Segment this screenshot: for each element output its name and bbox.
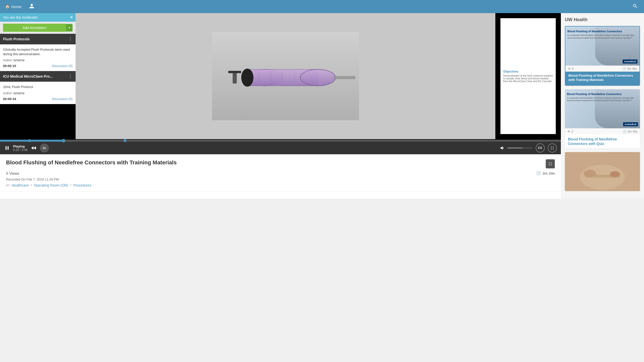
- annotation-text: Clinically Accepted Flush Protocols were…: [3, 47, 73, 56]
- volume-slider[interactable]: [507, 147, 533, 148]
- eye-icon: 👁: [568, 67, 571, 71]
- svg-point-16: [610, 171, 620, 177]
- moderator-text: You are the moderator: [3, 15, 38, 19]
- video-title-row: Blood Flushing of Needlefree Connectors …: [6, 159, 555, 168]
- nav-home-link[interactable]: 🏠 Home: [5, 4, 21, 9]
- video-info: Blood Flushing of Needlefree Connectors …: [0, 154, 561, 192]
- duration-value-2: 3m 49s: [628, 130, 637, 133]
- duration-stat: 🕐 3m 49s: [622, 67, 637, 71]
- views-count: 5 Views: [6, 171, 19, 175]
- playing-info: Playing 0:25 / 3:49: [13, 144, 27, 152]
- playing-label: Playing: [13, 144, 27, 148]
- volume-control: [500, 145, 533, 151]
- svg-point-3: [300, 69, 335, 86]
- tag-procedures[interactable]: Procedures: [73, 183, 91, 187]
- rewind-button[interactable]: [30, 145, 37, 151]
- thumb-svg-3: [565, 152, 640, 191]
- annotation-marker-2: [123, 139, 126, 142]
- thumb-title: Blood Flushing of Needlefree Connectors: [567, 29, 637, 33]
- thumb-bg-2: Blood Flushing of Needlefree Connectors …: [565, 89, 640, 128]
- nav-user-icon[interactable]: [29, 3, 35, 10]
- tag-separator: •: [31, 184, 32, 187]
- plain-card-title-2: Blood Flushing of Needlefree Connectors …: [565, 134, 640, 148]
- eye-icon-2: 👁: [567, 130, 570, 133]
- thumb-title-2: Blood Flushing of Needlefree Connectors: [567, 92, 638, 96]
- tag-separator: •: [70, 184, 71, 187]
- annotation-menu-icon[interactable]: ⋮: [68, 36, 73, 42]
- annotation-menu-icon[interactable]: ⋮: [68, 74, 73, 79]
- video-player-container: You are the moderator × Add Annotation ▾…: [0, 13, 561, 154]
- objectives-thumbnail: Objectives Demonstration of the flush vo…: [500, 18, 556, 134]
- views-stat: 👁 5: [568, 67, 574, 71]
- speed-badge[interactable]: 1x: [40, 144, 49, 152]
- tag-operating-room[interactable]: Operating Room (OR): [34, 183, 68, 187]
- annotation-author: Author: bcherne: [3, 92, 73, 95]
- duration-value: 3m 49s: [542, 171, 555, 175]
- video-section: You are the moderator × Add Annotation ▾…: [0, 13, 561, 199]
- annotation-list: Flush Protocols ⋮ Clinically Accepted Fl…: [0, 34, 76, 104]
- related-video-card-1[interactable]: Blood Flushing of Needlefree Connectors …: [565, 26, 640, 86]
- related-card-thumb-3: [565, 152, 640, 191]
- duration-stat-2: 🕐 3m 49s: [623, 130, 637, 133]
- home-label: Home: [11, 5, 21, 9]
- svg-rect-6: [228, 71, 241, 73]
- thumb-text-overlay-2: Blood Flushing of Needlefree Connectors …: [567, 92, 638, 102]
- tag-icon: 🏷: [6, 183, 10, 187]
- volume-fill: [507, 147, 523, 148]
- thumbnail-subtitle: Demonstration of the flush volumes requi…: [503, 74, 553, 83]
- thumb-subtitle: A comparative demonstration of the flush…: [567, 34, 637, 39]
- volume-button[interactable]: [500, 145, 505, 151]
- add-annotation-button[interactable]: Add Annotation: [3, 24, 66, 32]
- related-video-card-2[interactable]: Blood Flushing of Needlefree Connectors …: [565, 89, 640, 148]
- home-icon: 🏠: [5, 4, 10, 9]
- related-card-thumb-1: Blood Flushing of Needlefree Connectors …: [565, 26, 639, 66]
- duration-value: 3m 49s: [627, 67, 637, 71]
- author-name: bcherne: [14, 58, 24, 62]
- progress-bar[interactable]: [0, 140, 561, 142]
- annotation-text: 10mL Flush Protocol.: [3, 85, 73, 89]
- svg-rect-4: [334, 76, 355, 79]
- total-time: 3:49: [21, 148, 27, 152]
- svg-rect-5: [233, 72, 237, 84]
- annotation-title: ICU Medical MicroClave Pro...: [3, 74, 53, 78]
- icu-logo-area-2: icumedical: [623, 122, 638, 126]
- icu-logo-area: icumedical: [623, 59, 637, 64]
- thumb-content-2: Blood Flushing of Needlefree Connectors …: [565, 89, 640, 128]
- card-title-text-1: Blood Flushing of Needlefree Connectors …: [568, 74, 636, 82]
- expand-button[interactable]: [548, 143, 557, 153]
- add-annotation-dropdown-button[interactable]: ▾: [66, 24, 73, 32]
- controls-row: Playing 0:25 / 3:49 1x: [0, 142, 561, 154]
- annotation-time: 00:00:34: [3, 97, 16, 101]
- clock-icon: 🕐: [622, 67, 626, 71]
- sidebar: UW Health Blood Flushing of Needlefree C…: [561, 13, 644, 199]
- video-meta-row: 5 Views 🕐 3m 49s: [6, 171, 555, 175]
- clock-icon: 🕐: [536, 171, 541, 175]
- moderator-close-button[interactable]: ×: [70, 15, 73, 20]
- duration-info: 🕐 3m 49s: [536, 171, 555, 175]
- main-layout: You are the moderator × Add Annotation ▾…: [0, 13, 644, 199]
- tag-healthcare[interactable]: Healthcare: [12, 183, 29, 187]
- annotation-body: Clinically Accepted Flush Protocols were…: [0, 44, 76, 71]
- search-icon[interactable]: [632, 3, 638, 10]
- annotation-time: 00:00:15: [3, 64, 16, 68]
- annotation-item: ICU Medical MicroClave Pro... ⋮ 10mL Flu…: [0, 71, 76, 104]
- fullscreen-button[interactable]: [546, 159, 555, 168]
- clock-icon-2: 🕐: [623, 130, 627, 133]
- cc-button[interactable]: CC: [536, 143, 545, 153]
- annotation-discussion-link[interactable]: Discussion (0): [52, 97, 73, 101]
- svg-point-11: [241, 69, 253, 86]
- video-controls: Playing 0:25 / 3:49 1x: [0, 140, 561, 154]
- video-content-svg: [118, 32, 454, 120]
- related-video-card-3[interactable]: [565, 152, 640, 191]
- thumb-text-overlay: Blood Flushing of Needlefree Connectors …: [567, 29, 637, 39]
- video-display-area: Objectives Demonstration of the flush vo…: [76, 13, 561, 139]
- progress-thumb[interactable]: [62, 139, 65, 142]
- card-title-area-1: Blood Flushing of Needlefree Connectors …: [565, 72, 639, 85]
- thumbnail-content: Objectives Demonstration of the flush vo…: [501, 67, 556, 85]
- pause-button[interactable]: [4, 145, 10, 151]
- view-count: 5: [572, 67, 574, 71]
- annotation-marker-1: [28, 139, 31, 142]
- annotation-discussion-link[interactable]: Discussion (0): [52, 64, 73, 68]
- svg-point-15: [584, 170, 596, 177]
- thumb-content-1: Blood Flushing of Needlefree Connectors …: [565, 26, 639, 66]
